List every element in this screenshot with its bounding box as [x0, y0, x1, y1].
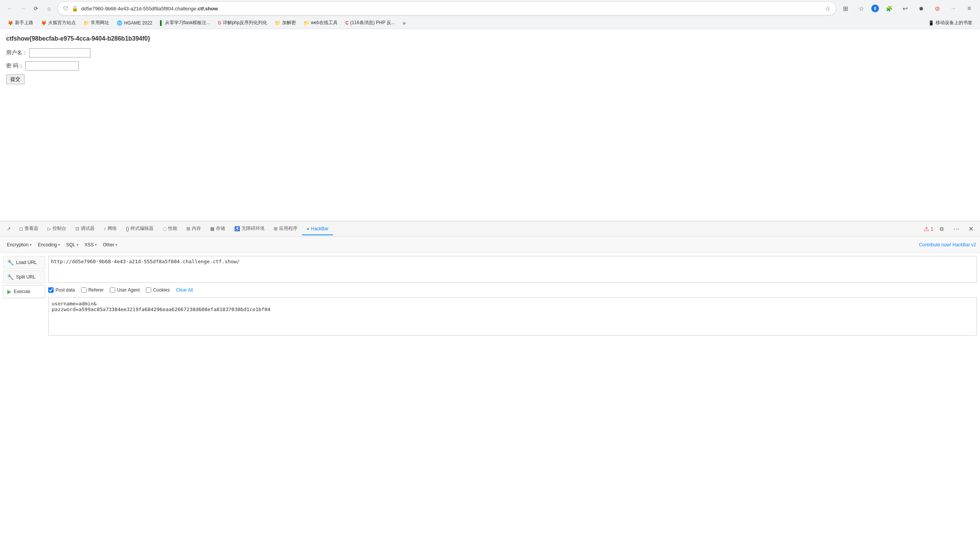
bookmark-common-urls[interactable]: 📁 常用网址	[80, 18, 112, 27]
devtools-tab-a11y[interactable]: ♿ 无障碍环境	[230, 222, 269, 236]
bookmark-label-7: 加解密	[282, 20, 296, 26]
xss-arrow-icon: ▾	[95, 243, 97, 247]
devtools-more-button[interactable]: ⋯	[950, 223, 962, 235]
forward-button[interactable]: →	[18, 3, 28, 14]
bookmark-firefox-official[interactable]: 🦊 火狐官方站点	[38, 18, 79, 27]
bookmark-php-unserialize[interactable]: B 详解php反序列化列化	[215, 18, 270, 27]
clear-all-button[interactable]: Clear All	[176, 287, 193, 293]
devtools-tab-inspector[interactable]: ◻ 查看器	[15, 222, 43, 236]
encoding-menu[interactable]: Encoding ▾	[35, 241, 63, 249]
bookmark-hgame[interactable]: 🌐 HGAME 2022	[114, 19, 155, 27]
bookmark-mobile-label: 移动设备上的书签	[936, 20, 972, 26]
password-label: 密 码：	[6, 62, 24, 69]
username-input[interactable]	[29, 48, 90, 57]
user-agent-checkbox[interactable]	[110, 287, 115, 293]
devtools-tab-storage[interactable]: ▦ 存储	[206, 222, 230, 236]
xss-menu[interactable]: XSS ▾	[82, 241, 100, 249]
bookmark-button[interactable]: ☆	[855, 2, 867, 15]
hackbar-left-buttons: 🔧 Load URL 🔧 Split URL ▶ Execute	[3, 256, 45, 551]
execute-label: Execute	[14, 289, 30, 294]
style-icon: {}	[126, 226, 129, 231]
submit-button[interactable]: 提交	[6, 74, 24, 84]
bookmark-label-4: HGAME 2022	[124, 20, 152, 26]
url-textarea[interactable]: http://dd5e7960-9b68-4e43-a21d-555df8a5f…	[48, 256, 977, 283]
forward2-button[interactable]: →	[947, 2, 959, 15]
address-bar[interactable]: 🛡 🔒 dd5e7960-9b68-4e43-a21d-555df8a5f804…	[57, 2, 836, 15]
hackbar-content: 🔧 Load URL 🔧 Split URL ▶ Execute http://…	[0, 253, 980, 554]
bookmark-label-5: 从零学习flask模板注...	[165, 20, 211, 26]
style-label: 样式编辑器	[131, 225, 154, 232]
bookmark-label-6: 详解php反序列化列化	[223, 20, 267, 26]
sql-menu[interactable]: SQL ▾	[63, 241, 82, 249]
referer-label: Referer	[88, 287, 104, 293]
security-lock-icon: 🔒	[72, 5, 78, 11]
bookmark-label-1: 新手上路	[15, 20, 33, 26]
devtools-tab-style[interactable]: {} 样式编辑器	[121, 222, 158, 236]
dock-button[interactable]: ⧉	[936, 223, 948, 235]
cookies-checkbox-label[interactable]: Cookies	[146, 287, 170, 293]
password-group: 密 码：	[6, 61, 974, 70]
post-data-textarea[interactable]: username=admin& pazzword=a599ac85a73384e…	[48, 297, 977, 336]
browser-chrome: ← → ⟳ ⌂ 🛡 🔒 dd5e7960-9b68-4e43-a21d-555d…	[0, 0, 980, 29]
load-url-button[interactable]: 🔧 Load URL	[3, 256, 45, 269]
url-domain: ctf.show	[198, 6, 218, 11]
back-button[interactable]: ←	[5, 3, 15, 14]
execute-button[interactable]: ▶ Execute	[3, 285, 45, 298]
debugger-icon: ⊡	[75, 226, 79, 231]
hackbar-toolbar: Encryption ▾ Encoding ▾ SQL ▾ XSS ▾ Othe…	[0, 237, 980, 253]
bookmark-mobile[interactable]: 📱 移动设备上的书签	[925, 18, 975, 27]
error-icon: ⚠	[924, 225, 929, 233]
referer-checkbox[interactable]	[81, 287, 87, 293]
split-url-label: Split URL	[16, 274, 36, 280]
bookmark-label-8: web在线工具	[311, 20, 338, 26]
devtools-tab-pick[interactable]: ↗	[3, 223, 15, 235]
bookmark-more[interactable]: »	[400, 19, 409, 27]
referer-checkbox-label[interactable]: Referer	[81, 287, 104, 293]
bookmark-xinshoulushang[interactable]: 🦊 新手上路	[5, 18, 36, 27]
bookmark-icon-7: 📁	[275, 20, 281, 26]
encoding-label: Encoding	[38, 242, 57, 247]
bookmark-web-tools[interactable]: 📁 web在线工具	[301, 18, 341, 27]
devtools-tab-hackbar[interactable]: ● HackBar	[302, 223, 333, 235]
extensions-button[interactable]: ⊞	[839, 2, 851, 15]
console-icon: ▷	[47, 226, 51, 231]
post-data-checkbox-label[interactable]: Post data	[48, 287, 75, 293]
post-data-checkbox[interactable]	[48, 287, 54, 293]
bookmark-flask[interactable]: ▌ 从零学习flask模板注...	[157, 18, 213, 27]
other-arrow-icon: ▾	[116, 243, 118, 247]
bookmark-crypto[interactable]: 📁 加解密	[272, 18, 299, 27]
bookmark-icon-5: ▌	[160, 20, 163, 26]
split-url-button[interactable]: 🔧 Split URL	[3, 270, 45, 284]
sync-button[interactable]: ⏺	[915, 2, 927, 15]
devtools-close-button[interactable]: ✕	[965, 223, 977, 235]
error-indicator: ⚠ 1	[924, 225, 933, 233]
cookies-checkbox[interactable]	[146, 287, 151, 293]
password-input[interactable]	[25, 61, 79, 70]
history-button[interactable]: ↩	[899, 2, 911, 15]
devtools-tab-network[interactable]: ↕ 网络	[99, 222, 121, 236]
block-button[interactable]: ⊘	[931, 2, 943, 15]
perf-icon: ◌	[163, 226, 167, 231]
xss-label: XSS	[85, 242, 94, 247]
encryption-menu[interactable]: Encryption ▾	[4, 241, 35, 249]
devtools-tab-memory[interactable]: ⊞ 内存	[182, 222, 206, 236]
bookmark-mobile-icon: 📱	[928, 20, 934, 26]
debugger-label: 调试器	[81, 225, 95, 232]
bookmark-php-messages[interactable]: C (116条消息) PHP 反...	[342, 18, 398, 27]
username-group: 用户名：	[6, 48, 974, 57]
user-agent-label: User Agent	[117, 287, 140, 293]
bookmark-label-9: (116条消息) PHP 反...	[350, 20, 395, 26]
devtools-tab-perf[interactable]: ◌ 性能	[158, 222, 182, 236]
bookmark-star-icon[interactable]: ☆	[825, 5, 830, 12]
other-menu[interactable]: Other ▾	[100, 241, 121, 249]
devtools-tab-debugger[interactable]: ⊡ 调试器	[71, 222, 99, 236]
home-button[interactable]: ⌂	[44, 3, 54, 14]
devtools-tab-console[interactable]: ▷ 控制台	[43, 222, 71, 236]
num-badge: 8	[871, 5, 879, 12]
devtools-tab-app[interactable]: ⊞ 应用程序	[269, 222, 302, 236]
reload-button[interactable]: ⟳	[31, 3, 41, 14]
extensions2-button[interactable]: 🧩	[883, 2, 895, 15]
menu-button[interactable]: ≡	[963, 2, 975, 15]
contribute-link[interactable]: Contribute now! HackBar v2	[919, 242, 976, 247]
user-agent-checkbox-label[interactable]: User Agent	[110, 287, 140, 293]
